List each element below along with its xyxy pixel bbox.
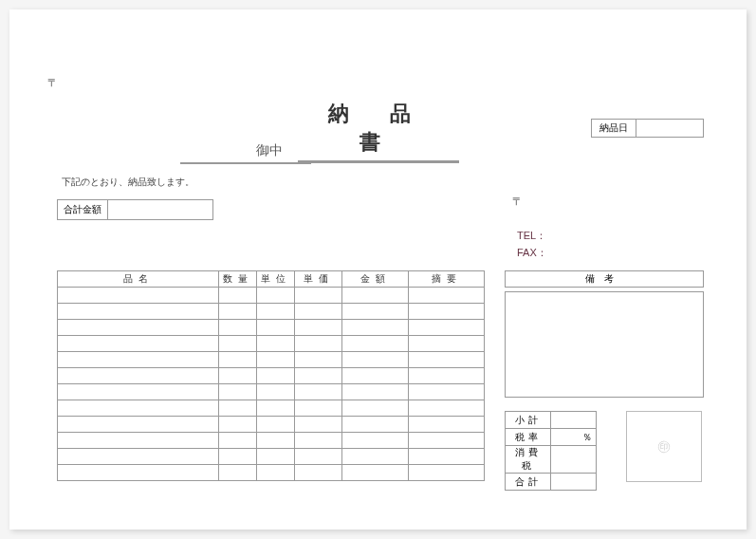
stamp-icon: ㊞	[657, 438, 671, 455]
col-header-note: 摘要	[409, 271, 485, 288]
taxrate-label: 税率	[506, 429, 551, 446]
subtotal-label: 小計	[506, 412, 551, 429]
delivery-date-box: 納品日	[591, 119, 704, 138]
postal-mark-right: 〒	[512, 195, 523, 209]
postal-mark-left: 〒	[47, 76, 58, 90]
taxrate-value: ％	[551, 429, 597, 446]
delivery-statement: 下記のとおり、納品致します。	[62, 176, 194, 189]
table-row	[58, 384, 485, 400]
summary-table: 小計 税率 ％ 消費税 合計	[505, 411, 597, 491]
recipient-suffix: 御中	[180, 142, 311, 164]
table-row	[58, 417, 485, 433]
table-row	[58, 288, 485, 304]
tel-label: TEL：	[517, 228, 547, 245]
table-row	[58, 352, 485, 368]
table-row	[58, 465, 485, 481]
total-value	[551, 474, 597, 491]
grand-total-box: 合計金額	[57, 199, 213, 220]
items-header-row: 品名 数量 単位 単価 金額 摘要	[58, 271, 485, 288]
grand-total-value	[108, 200, 212, 219]
summary-row-total: 合計	[506, 474, 597, 491]
table-row	[58, 304, 485, 320]
table-row	[58, 320, 485, 336]
col-header-amount: 金額	[342, 271, 409, 288]
tax-label: 消費税	[506, 446, 551, 474]
tax-value	[551, 446, 597, 474]
total-label: 合計	[506, 474, 551, 491]
col-header-name: 品名	[58, 271, 219, 288]
col-header-price: 単価	[295, 271, 342, 288]
remarks-body	[505, 291, 704, 398]
subtotal-value	[551, 412, 597, 429]
table-row	[58, 336, 485, 352]
col-header-qty: 数量	[219, 271, 257, 288]
stamp-box: ㊞	[626, 411, 702, 482]
table-row	[58, 400, 485, 417]
table-row	[58, 433, 485, 449]
delivery-date-label: 納品日	[592, 120, 636, 137]
contact-block: TEL： FAX：	[517, 228, 547, 261]
summary-row-taxrate: 税率 ％	[506, 429, 597, 446]
grand-total-label: 合計金額	[58, 200, 108, 219]
table-row	[58, 368, 485, 384]
remarks-section: 備考	[505, 270, 704, 398]
delivery-date-value	[636, 120, 703, 137]
items-body	[58, 288, 485, 481]
fax-label: FAX：	[517, 245, 547, 262]
col-header-unit: 単位	[257, 271, 295, 288]
remarks-header: 備考	[505, 270, 704, 288]
table-row	[58, 449, 485, 465]
delivery-slip-page: 〒 納 品 書 納品日 御中 下記のとおり、納品致します。 合計金額 〒 TEL…	[9, 9, 747, 530]
document-title: 納 品 書	[298, 100, 459, 163]
summary-row-tax: 消費税	[506, 446, 597, 474]
items-table: 品名 数量 単位 単価 金額 摘要	[57, 270, 485, 481]
summary-row-subtotal: 小計	[506, 412, 597, 429]
